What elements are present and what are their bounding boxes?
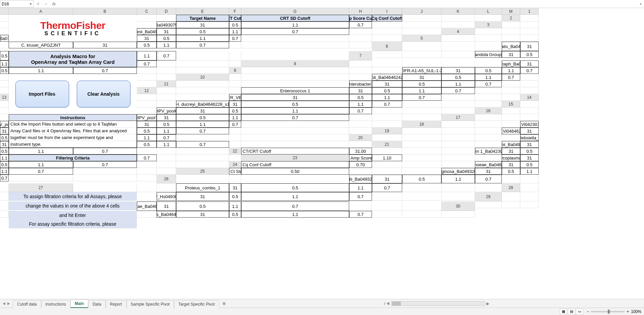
cell[interactable] xyxy=(241,74,349,81)
target-name-cell[interactable]: Coag_neg_Staph_Ba07921963_s1 xyxy=(502,60,520,67)
target-value-cell[interactable]: 31 xyxy=(475,168,502,175)
cell[interactable] xyxy=(372,35,402,42)
target-value-cell[interactable]: 0.5 xyxy=(520,51,539,58)
cell[interactable] xyxy=(137,81,157,87)
cell[interactable] xyxy=(176,175,229,183)
cell[interactable] xyxy=(402,128,441,134)
cell[interactable] xyxy=(349,60,372,67)
cell[interactable] xyxy=(441,161,475,168)
target-value-cell[interactable]: 0.5 xyxy=(176,28,229,35)
target-value-cell[interactable]: 1.1 xyxy=(157,42,176,48)
target-value-cell[interactable]: 31 xyxy=(0,141,9,148)
target-value-cell[interactable]: 0.5 xyxy=(241,101,349,107)
cell[interactable] xyxy=(441,128,475,134)
filter-value[interactable]: 1.10 xyxy=(372,154,402,161)
target-value-cell[interactable]: 31 xyxy=(520,154,539,161)
cell[interactable] xyxy=(157,168,176,175)
cell[interactable] xyxy=(520,183,539,192)
target-name-cell[interactable]: DFR-A1-A5_SUL-1-2 xyxy=(402,67,441,74)
cell[interactable] xyxy=(241,134,349,141)
target-value-cell[interactable]: 0.5 xyxy=(520,161,539,168)
cell[interactable] xyxy=(475,121,502,128)
target-value-cell[interactable]: 31 xyxy=(137,121,157,128)
target-value-cell[interactable]: 0.7 xyxy=(157,134,176,141)
cell[interactable] xyxy=(372,51,402,58)
target-value-cell[interactable]: 1.1 xyxy=(9,161,73,168)
target-value-cell[interactable]: 31 xyxy=(520,141,539,148)
hscroll-left-cap[interactable]: ⦀ ◀ xyxy=(384,301,391,306)
target-value-cell[interactable]: 31 xyxy=(157,114,176,121)
target-value-cell[interactable]: 31 xyxy=(73,42,137,48)
import-files-button[interactable]: Import Files xyxy=(15,81,69,107)
target-value-cell[interactable]: 1.1 xyxy=(229,114,241,121)
row-header-5[interactable]: 5 xyxy=(402,35,441,42)
target-name-cell[interactable]: Mycoplasma 1 xyxy=(502,154,520,161)
cell[interactable] xyxy=(402,168,441,175)
target-value-cell[interactable]: 0.5 xyxy=(0,134,9,141)
target-value-cell[interactable]: 1.1 xyxy=(0,60,9,67)
target-name-cell[interactable]: P. aeruginosa_Ba04932081_s1 xyxy=(441,168,475,175)
cell[interactable] xyxy=(229,154,241,161)
cell[interactable] xyxy=(0,114,9,121)
cell[interactable] xyxy=(229,81,241,87)
target-value-cell[interactable]: 0.7 xyxy=(137,60,157,67)
target-value-cell[interactable]: 0.5 xyxy=(402,175,441,183)
hscroll-thumb[interactable] xyxy=(392,302,401,306)
target-value-cell[interactable]: 0.5 xyxy=(137,141,157,148)
row-header-2[interactable]: 2 xyxy=(502,15,520,21)
cell[interactable] xyxy=(229,175,241,183)
cell[interactable] xyxy=(0,15,9,21)
target-value-cell[interactable]: 31 xyxy=(372,175,402,183)
cell[interactable] xyxy=(0,192,9,201)
target-name-cell[interactable]: N. gonorrhoeae_Ba04646252_s1 xyxy=(475,161,502,168)
target-value-cell[interactable]: 1.1 xyxy=(241,21,349,28)
cell[interactable] xyxy=(176,134,229,141)
target-value-cell[interactable]: 0.7 xyxy=(349,21,372,28)
cell[interactable] xyxy=(441,211,475,218)
cell[interactable] xyxy=(520,114,539,121)
cell[interactable] xyxy=(402,161,441,168)
cell[interactable] xyxy=(241,141,349,148)
row-header-17[interactable]: 17 xyxy=(441,114,475,121)
zoom-level[interactable]: 100% xyxy=(631,309,641,314)
cell[interactable] xyxy=(176,161,229,168)
target-value-cell[interactable]: 1.1 xyxy=(176,35,229,42)
cell[interactable] xyxy=(372,60,402,67)
cell[interactable] xyxy=(475,114,502,121)
target-name-cell[interactable]: P. stuartii_Ba04932077_s1 xyxy=(349,175,372,183)
col-header-A[interactable]: A xyxy=(9,8,73,15)
cell[interactable] xyxy=(241,42,349,48)
target-name-cell[interactable]: HPV_pool7 xyxy=(137,114,157,121)
cell[interactable] xyxy=(475,94,502,101)
cell[interactable] xyxy=(349,74,372,81)
target-value-cell[interactable]: 1.1 xyxy=(229,201,241,211)
cell[interactable] xyxy=(502,81,520,87)
target-value-cell[interactable]: 31 xyxy=(157,28,176,35)
cell[interactable] xyxy=(372,114,402,121)
target-value-cell[interactable]: 1.1 xyxy=(372,94,402,101)
cell[interactable] xyxy=(157,154,176,161)
target-value-cell[interactable]: 1.1 xyxy=(157,141,176,148)
cell[interactable] xyxy=(137,21,157,28)
target-value-cell[interactable]: 0.7 xyxy=(229,121,241,128)
cell[interactable] xyxy=(229,134,241,141)
cell[interactable] xyxy=(349,28,372,35)
cell[interactable] xyxy=(520,201,539,208)
cell[interactable] xyxy=(441,94,475,101)
target-value-cell[interactable]: 1.1 xyxy=(229,28,241,35)
row-header-26[interactable]: 26 xyxy=(157,175,176,183)
cell[interactable] xyxy=(441,154,475,161)
view-page-break-button[interactable]: ▭ xyxy=(576,309,583,315)
row-header-25[interactable]: 25 xyxy=(176,168,229,175)
target-value-cell[interactable]: 0.7 xyxy=(229,35,241,42)
target-header[interactable]: Amp Score Cutoff xyxy=(349,15,372,21)
view-normal-button[interactable]: ▦ xyxy=(560,309,567,315)
row-header-20[interactable]: 20 xyxy=(349,134,372,141)
sheet-nav[interactable]: ◀ ▶ xyxy=(0,302,13,305)
hscroll-right-cap[interactable]: ▶ xyxy=(485,301,489,306)
row-header-24[interactable]: 24 xyxy=(229,161,241,168)
cell[interactable] xyxy=(229,74,241,81)
cell[interactable] xyxy=(349,168,372,175)
nav-next-icon[interactable]: ▶ xyxy=(7,302,10,305)
col-header-K[interactable]: K xyxy=(441,8,475,15)
